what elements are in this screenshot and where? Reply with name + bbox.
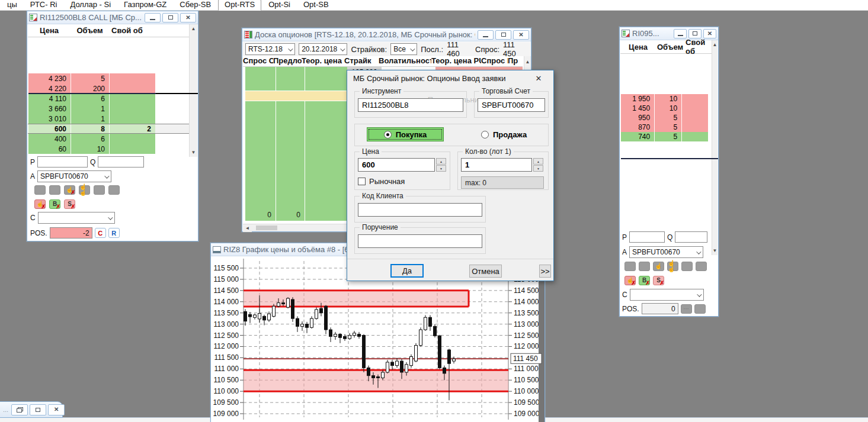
cancel-button[interactable]: Отмена — [469, 265, 502, 278]
reverse-position-button[interactable]: R — [108, 228, 120, 238]
cancel-sell-orders-button[interactable]: S✗ — [653, 276, 664, 285]
board-call-column-2[interactable] — [276, 67, 305, 221]
book-tool-button-1[interactable] — [34, 185, 46, 195]
account-combo[interactable]: SPBFUT00670 — [478, 98, 545, 112]
book-row-4110[interactable]: 4 1106 — [28, 94, 190, 104]
book-tool-button-2[interactable] — [49, 185, 60, 195]
book-row-950[interactable]: 9505 — [620, 113, 712, 123]
account-combo[interactable]: SPBFUT00670 — [37, 170, 111, 182]
col-bid-call[interactable]: Спрос CA — [243, 56, 273, 66]
minimize-button[interactable] — [478, 30, 494, 40]
strikes-combo[interactable]: Все — [390, 43, 417, 55]
own-volume-cell[interactable] — [109, 94, 155, 104]
col-volume[interactable]: Объем — [656, 43, 684, 51]
right-book-scrollbar[interactable]: ▲ ▼ — [712, 40, 718, 255]
volume-cell[interactable]: 1 — [71, 114, 109, 124]
instrument-combo[interactable]: RI112500BL8 — [358, 98, 463, 112]
book-tool-button-6[interactable] — [696, 262, 707, 271]
scroll-down-icon[interactable]: ▼ — [712, 246, 718, 255]
price-cell[interactable]: 4 220 — [28, 83, 71, 94]
volume-cell[interactable]: 1 — [71, 104, 109, 114]
book-row-4230[interactable]: 4 2305 — [28, 73, 190, 83]
col-offer-put[interactable]: Пр — [508, 56, 518, 66]
book-row-740[interactable]: 7405 — [620, 132, 712, 141]
scroll-up-icon[interactable]: ▲ — [524, 57, 531, 66]
client-code-combo[interactable] — [358, 203, 482, 217]
price-cell[interactable]: 60 — [28, 144, 71, 154]
own-volume-cell[interactable] — [109, 73, 155, 83]
cancel-sell-orders-button[interactable]: S✗ — [64, 199, 75, 209]
ok-button[interactable]: Да — [390, 264, 424, 278]
scroll-up-icon[interactable]: ▲ — [712, 40, 718, 49]
candlestick-chart[interactable]: 115 500115 500115 000115 000114 500114 5… — [211, 256, 544, 422]
cancel-all-hands-button[interactable]: ☝☝ — [79, 185, 90, 195]
price-cell[interactable]: 740 — [620, 132, 654, 141]
price-cell[interactable]: 870 — [620, 123, 654, 132]
volume-cell[interactable]: 10 — [654, 94, 681, 104]
volume-cell[interactable]: 6 — [71, 94, 109, 104]
cancel-all-orders-button[interactable]: ☝✗ — [34, 199, 46, 209]
price-cell[interactable]: 4 110 — [28, 94, 71, 104]
position-tool-button-1[interactable]: ⋯ — [681, 304, 692, 314]
close-button[interactable]: ✕ — [180, 13, 196, 22]
col-theo-put[interactable]: Теор. цена PUT — [431, 56, 481, 66]
price-cell[interactable]: 3 660 — [28, 104, 71, 114]
cancel-order-hand-button[interactable]: ☝✗ — [64, 185, 75, 195]
book-tool-button-5[interactable] — [94, 185, 105, 195]
price-cell[interactable]: 1 950 — [620, 94, 654, 104]
price-cell[interactable]: 1 450 — [620, 104, 654, 113]
scroll-up-icon[interactable]: ▲ — [190, 24, 197, 33]
scrollbar-thumb[interactable] — [256, 226, 277, 230]
book-tool-button-5[interactable] — [681, 262, 693, 271]
tab-Opt-SB[interactable]: Opt-SB — [297, 0, 335, 10]
own-volume-cell[interactable] — [109, 83, 155, 94]
volume-cell[interactable]: 10 — [71, 144, 109, 154]
col-volume[interactable]: Объем — [71, 26, 109, 35]
price-cell[interactable]: 3 010 — [28, 114, 71, 124]
close-button[interactable]: ✕ — [48, 404, 65, 415]
book-row-4220[interactable]: 4 220200 — [28, 83, 190, 94]
minimize-button[interactable] — [674, 29, 687, 38]
own-volume-cell[interactable] — [681, 123, 708, 132]
tab-Сбер-SB[interactable]: Сбер-SB — [174, 0, 217, 10]
qty-input[interactable]: 1 — [461, 158, 532, 172]
col-theo-call[interactable]: Теор. цена CAL — [302, 56, 344, 66]
board-call-column-1[interactable] — [245, 67, 276, 221]
position-tool-button-2[interactable] — [694, 304, 706, 314]
price-spinner[interactable]: ▲▼ — [436, 158, 446, 172]
col-strike[interactable]: Страйк — [344, 56, 379, 66]
col-offer-call[interactable]: Предлож — [273, 56, 302, 66]
volume-cell[interactable]: 5 — [654, 113, 681, 123]
col-volatility[interactable]: Волатильность — [379, 56, 431, 66]
close-button[interactable]: ✕ — [513, 30, 529, 40]
volume-cell[interactable]: 6 — [71, 134, 109, 144]
volume-cell[interactable]: 8 — [71, 124, 109, 133]
scroll-down-icon[interactable]: ▼ — [190, 148, 197, 157]
maximize-button[interactable] — [30, 404, 46, 415]
cancel-order-hand-button[interactable]: ☝ — [653, 262, 664, 271]
buy-radio-button[interactable]: Покупка — [367, 127, 444, 141]
left-book-titlebar[interactable]: RI112500BL8 CALL [МБ Ср... ✕ — [27, 11, 198, 24]
account-combo[interactable]: SPBFUT00670 — [629, 246, 703, 258]
cancel-buy-orders-button[interactable]: B✗ — [639, 276, 650, 285]
own-volume-cell[interactable] — [109, 144, 155, 154]
board-call-column-3[interactable] — [305, 67, 347, 221]
own-volume-cell[interactable] — [681, 104, 708, 113]
qty-input[interactable] — [675, 231, 707, 243]
qty-input[interactable] — [98, 156, 144, 167]
tab-Газпром-GZ[interactable]: Газпром-GZ — [118, 0, 172, 10]
book-row-3010[interactable]: 3 0101 — [28, 114, 190, 124]
own-volume-cell[interactable] — [681, 113, 708, 123]
own-volume-cell[interactable] — [109, 134, 155, 144]
cancel-all-hands-button[interactable]: ☝☝ — [667, 262, 678, 271]
board-atm-strike-row[interactable] — [245, 91, 347, 101]
tab-Доллар - Si[interactable]: Доллар - Si — [64, 0, 117, 10]
own-volume-cell[interactable] — [681, 94, 708, 104]
tab-Opt-Si[interactable]: Opt-Si — [262, 0, 296, 10]
book-row-400[interactable]: 4006 — [28, 134, 190, 144]
book-tool-button-6[interactable] — [108, 185, 120, 195]
close-button[interactable]: ✕ — [703, 29, 716, 38]
minimize-button[interactable] — [145, 13, 161, 22]
sell-radio-button[interactable]: Продажа — [481, 130, 527, 139]
maximize-button[interactable] — [162, 13, 178, 22]
